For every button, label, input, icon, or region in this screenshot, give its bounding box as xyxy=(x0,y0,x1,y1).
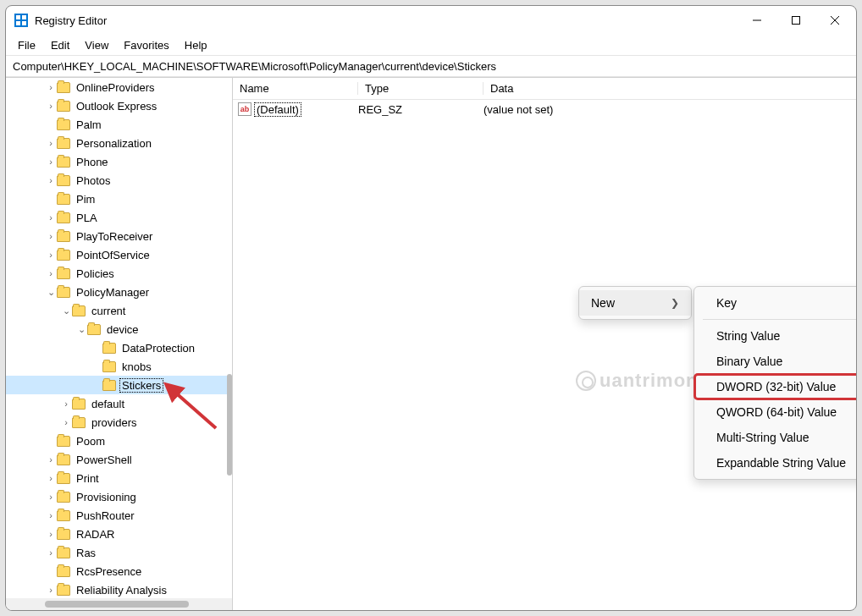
folder-icon xyxy=(57,119,70,130)
tree-item-dataprotection[interactable]: DataProtection xyxy=(6,338,232,357)
chevron-right-icon[interactable]: › xyxy=(45,231,57,241)
folder-icon xyxy=(57,268,70,279)
tree-item-default[interactable]: ›default xyxy=(6,394,232,413)
tree-label: providers xyxy=(90,416,138,429)
submenu-string-value[interactable]: String Value xyxy=(694,323,856,349)
tree-label: Photos xyxy=(75,174,112,187)
chevron-down-icon[interactable]: ⌄ xyxy=(75,324,87,335)
tree-item-phone[interactable]: ›Phone xyxy=(6,152,232,171)
tree-item-palm[interactable]: Palm xyxy=(6,115,232,134)
scrollbar-thumb[interactable] xyxy=(45,601,189,608)
tree-item-current[interactable]: ⌄current xyxy=(6,301,232,320)
tree-item-stickers[interactable]: Stickers xyxy=(6,376,232,394)
folder-icon xyxy=(57,473,70,484)
tree-horizontal-scrollbar[interactable] xyxy=(6,598,232,610)
tree-vertical-scrollbar[interactable] xyxy=(227,374,232,476)
column-data[interactable]: Data xyxy=(483,82,856,95)
tree-label: PowerShell xyxy=(75,454,134,466)
chevron-right-icon[interactable]: › xyxy=(45,101,57,111)
chevron-right-icon[interactable]: › xyxy=(45,268,57,278)
context-new-label: New xyxy=(591,296,615,310)
chevron-right-icon[interactable]: › xyxy=(60,399,72,409)
tree-pane[interactable]: ›OnlineProviders›Outlook ExpressPalm›Per… xyxy=(6,78,233,610)
tree-item-playtoreceiver[interactable]: ›PlayToReceiver xyxy=(6,227,232,245)
tree-item-policies[interactable]: ›Policies xyxy=(6,264,232,283)
tree-item-ras[interactable]: ›Ras xyxy=(6,543,232,562)
tree-label: RcsPresence xyxy=(75,565,143,578)
address-bar[interactable]: Computer\HKEY_LOCAL_MACHINE\SOFTWARE\Mic… xyxy=(6,55,856,77)
chevron-right-icon[interactable]: › xyxy=(45,473,57,483)
tree-item-rcspresence[interactable]: RcsPresence xyxy=(6,562,232,580)
chevron-down-icon[interactable]: ⌄ xyxy=(60,305,72,316)
tree-item-pushrouter[interactable]: ›PushRouter xyxy=(6,506,232,525)
close-button[interactable] xyxy=(815,6,854,35)
menu-file[interactable]: File xyxy=(11,37,42,53)
menubar: File Edit View Favorites Help xyxy=(6,35,856,55)
submenu-expandable-value[interactable]: Expandable String Value xyxy=(694,450,856,476)
submenu-binary-value[interactable]: Binary Value xyxy=(694,349,856,374)
folder-icon xyxy=(72,305,86,316)
tree-item-reliability-analysis[interactable]: ›Reliability Analysis xyxy=(6,580,232,599)
folder-icon xyxy=(57,82,70,93)
value-name: (Default) xyxy=(255,103,358,116)
menu-edit[interactable]: Edit xyxy=(44,37,76,53)
tree-item-pla[interactable]: ›PLA xyxy=(6,208,232,227)
tree-item-provisioning[interactable]: ›Provisioning xyxy=(6,487,232,506)
maximize-button[interactable] xyxy=(776,6,815,35)
tree-item-radar[interactable]: ›RADAR xyxy=(6,525,232,543)
chevron-right-icon[interactable]: › xyxy=(45,547,57,558)
chevron-right-icon[interactable]: › xyxy=(45,157,57,167)
tree-item-policymanager[interactable]: ⌄PolicyManager xyxy=(6,283,232,301)
tree-item-device[interactable]: ⌄device xyxy=(6,320,232,338)
chevron-right-icon[interactable]: › xyxy=(45,510,57,520)
chevron-right-icon[interactable]: › xyxy=(45,529,57,539)
address-text: Computer\HKEY_LOCAL_MACHINE\SOFTWARE\Mic… xyxy=(13,60,496,73)
chevron-right-icon[interactable]: › xyxy=(45,585,57,595)
tree-item-print[interactable]: ›Print xyxy=(6,469,232,487)
menu-help[interactable]: Help xyxy=(178,37,214,53)
tree-item-outlook-express[interactable]: ›Outlook Express xyxy=(6,96,232,115)
tree-item-powershell[interactable]: ›PowerShell xyxy=(6,450,232,469)
context-new[interactable]: New ❯ xyxy=(579,290,691,316)
chevron-right-icon[interactable]: › xyxy=(45,212,57,223)
list-pane[interactable]: Name Type Data ab (Default) REG_SZ (valu… xyxy=(233,78,856,610)
submenu-multistring-value[interactable]: Multi-String Value xyxy=(694,425,856,450)
chevron-right-icon[interactable]: › xyxy=(60,417,72,427)
tree-label: Ras xyxy=(75,547,97,559)
folder-icon xyxy=(102,343,116,354)
minimize-button[interactable] xyxy=(738,6,776,35)
tree-label: Palm xyxy=(75,118,103,131)
tree-label: Outlook Express xyxy=(75,100,158,113)
tree-item-photos[interactable]: ›Photos xyxy=(6,171,232,190)
tree-item-knobs[interactable]: knobs xyxy=(6,357,232,376)
chevron-right-icon[interactable]: › xyxy=(45,492,57,502)
chevron-right-icon[interactable]: › xyxy=(45,138,57,148)
submenu-dword-value[interactable]: DWORD (32-bit) Value xyxy=(694,374,856,399)
chevron-right-icon[interactable]: › xyxy=(45,454,57,465)
content-area: ›OnlineProviders›Outlook ExpressPalm›Per… xyxy=(6,77,856,610)
tree-item-personalization[interactable]: ›Personalization xyxy=(6,134,232,152)
tree-item-pim[interactable]: Pim xyxy=(6,190,232,208)
chevron-right-icon[interactable]: › xyxy=(45,82,57,92)
submenu-key[interactable]: Key xyxy=(694,290,856,316)
chevron-right-icon[interactable]: › xyxy=(45,175,57,185)
chevron-right-icon[interactable]: › xyxy=(45,250,57,260)
tree-item-providers[interactable]: ›providers xyxy=(6,413,232,432)
menu-view[interactable]: View xyxy=(78,37,115,53)
tree-item-onlineproviders[interactable]: ›OnlineProviders xyxy=(6,78,232,96)
folder-icon xyxy=(57,585,70,596)
value-row[interactable]: ab (Default) REG_SZ (value not set) xyxy=(233,100,856,118)
tree-item-poom[interactable]: Poom xyxy=(6,432,232,450)
tree-label: Provisioning xyxy=(75,491,138,503)
folder-icon xyxy=(57,287,70,298)
column-type[interactable]: Type xyxy=(358,82,483,95)
menu-favorites[interactable]: Favorites xyxy=(117,37,175,53)
tree-scroll[interactable]: ›OnlineProviders›Outlook ExpressPalm›Per… xyxy=(6,78,232,610)
chevron-down-icon[interactable]: ⌄ xyxy=(45,287,57,298)
titlebar[interactable]: Registry Editor xyxy=(6,6,856,35)
context-menu: New ❯ xyxy=(578,286,692,320)
tree-item-pointofservice[interactable]: ›PointOfService xyxy=(6,245,232,264)
column-name[interactable]: Name xyxy=(233,82,358,95)
tree-label: PolicyManager xyxy=(75,286,151,299)
submenu-qword-value[interactable]: QWORD (64-bit) Value xyxy=(694,399,856,425)
